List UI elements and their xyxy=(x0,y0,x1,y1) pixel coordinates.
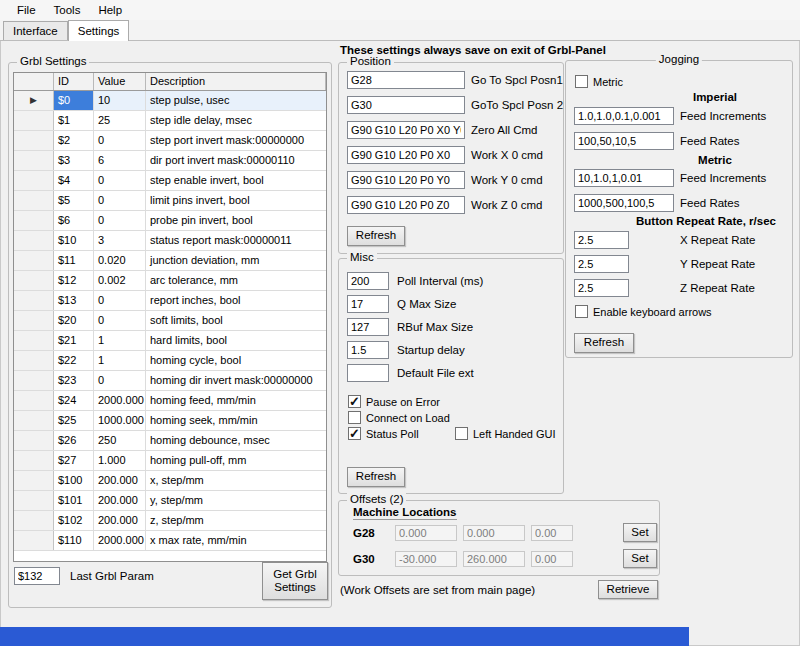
row-selector[interactable] xyxy=(14,151,54,170)
cell-id[interactable]: $20 xyxy=(54,311,94,330)
table-row[interactable]: $50limit pins invert, bool xyxy=(14,191,326,211)
g30-set-button[interactable]: Set xyxy=(623,549,657,568)
row-selector[interactable] xyxy=(14,431,54,450)
z-repeat-rate-input[interactable] xyxy=(574,279,629,297)
cell-value[interactable]: 0 xyxy=(94,211,146,230)
pause-on-error-checkbox[interactable] xyxy=(348,395,361,408)
cell-value[interactable]: 1000.000 xyxy=(94,411,146,430)
row-selector[interactable] xyxy=(14,411,54,430)
misc-refresh-button[interactable]: Refresh xyxy=(347,467,405,487)
table-row[interactable]: $125step idle delay, msec xyxy=(14,111,326,131)
row-selector[interactable] xyxy=(14,531,54,550)
imperial-feed-increments-input[interactable] xyxy=(574,107,674,125)
cell-id[interactable]: $24 xyxy=(54,391,94,410)
column-header-description[interactable]: Description xyxy=(146,73,326,90)
cell-id[interactable]: $4 xyxy=(54,171,94,190)
cell-id[interactable]: $11 xyxy=(54,251,94,270)
row-selector[interactable] xyxy=(14,451,54,470)
cell-description[interactable]: homing pull-off, mm xyxy=(146,451,326,470)
cell-id[interactable]: $3 xyxy=(54,151,94,170)
cell-value[interactable]: 1.000 xyxy=(94,451,146,470)
row-selector[interactable] xyxy=(14,511,54,530)
table-row[interactable]: $102200.000z, step/mm xyxy=(14,511,326,531)
cell-description[interactable]: homing debounce, msec xyxy=(146,431,326,450)
cell-id[interactable]: $0 xyxy=(54,91,94,110)
row-selector[interactable] xyxy=(14,351,54,370)
cell-description[interactable]: homing cycle, bool xyxy=(146,351,326,370)
row-selector[interactable] xyxy=(14,131,54,150)
cell-description[interactable]: homing dir invert mask:00000000 xyxy=(146,371,326,390)
cell-id[interactable]: $22 xyxy=(54,351,94,370)
cell-description[interactable]: junction deviation, mm xyxy=(146,251,326,270)
table-row[interactable]: $110.020junction deviation, mm xyxy=(14,251,326,271)
cell-description[interactable]: dir port invert mask:00000110 xyxy=(146,151,326,170)
cell-value[interactable]: 10 xyxy=(94,91,146,110)
cell-id[interactable]: $1 xyxy=(54,111,94,130)
cell-description[interactable]: homing feed, mm/min xyxy=(146,391,326,410)
table-row[interactable]: $251000.000homing seek, mm/min xyxy=(14,411,326,431)
cell-value[interactable]: 0 xyxy=(94,131,146,150)
connect-on-load-checkbox[interactable] xyxy=(348,411,361,424)
row-selector[interactable]: ▶ xyxy=(14,91,54,110)
cell-id[interactable]: $110 xyxy=(54,531,94,550)
cell-value[interactable]: 0.020 xyxy=(94,251,146,270)
metric-feed-increments-input[interactable] xyxy=(574,169,674,187)
table-row[interactable]: $100200.000x, step/mm xyxy=(14,471,326,491)
cell-description[interactable]: homing seek, mm/min xyxy=(146,411,326,430)
cell-value[interactable]: 1 xyxy=(94,331,146,350)
cell-value[interactable]: 6 xyxy=(94,151,146,170)
x-repeat-rate-input[interactable] xyxy=(574,231,629,249)
table-row[interactable]: $120.002arc tolerance, mm xyxy=(14,271,326,291)
imperial-feed-rates-input[interactable] xyxy=(574,132,674,150)
cell-id[interactable]: $25 xyxy=(54,411,94,430)
cell-description[interactable]: step port invert mask:00000000 xyxy=(146,131,326,150)
cell-description[interactable]: soft limits, bool xyxy=(146,311,326,330)
status-poll-checkbox[interactable] xyxy=(348,427,361,440)
cell-description[interactable]: step pulse, usec xyxy=(146,91,326,110)
default-file-ext-input[interactable] xyxy=(347,364,389,382)
cell-value[interactable]: 0 xyxy=(94,371,146,390)
cell-value[interactable]: 0 xyxy=(94,311,146,330)
g28-set-button[interactable]: Set xyxy=(623,523,657,542)
menu-file[interactable]: File xyxy=(8,2,45,18)
table-row[interactable]: $60probe pin invert, bool xyxy=(14,211,326,231)
g30-command-input[interactable] xyxy=(347,96,465,114)
y-repeat-rate-input[interactable] xyxy=(574,255,629,273)
cell-value[interactable]: 200.000 xyxy=(94,471,146,490)
cell-id[interactable]: $2 xyxy=(54,131,94,150)
work-x0-cmd-input[interactable] xyxy=(347,146,465,164)
cell-value[interactable]: 0 xyxy=(94,291,146,310)
row-selector[interactable] xyxy=(14,471,54,490)
cell-description[interactable]: z, step/mm xyxy=(146,511,326,530)
table-row[interactable]: $40step enable invert, bool xyxy=(14,171,326,191)
position-refresh-button[interactable]: Refresh xyxy=(347,226,405,246)
cell-description[interactable]: hard limits, bool xyxy=(146,331,326,350)
cell-value[interactable]: 250 xyxy=(94,431,146,450)
table-row[interactable]: $20step port invert mask:00000000 xyxy=(14,131,326,151)
table-row[interactable]: $271.000homing pull-off, mm xyxy=(14,451,326,471)
cell-value[interactable]: 200.000 xyxy=(94,511,146,530)
g28-command-input[interactable] xyxy=(347,71,465,89)
cell-id[interactable]: $23 xyxy=(54,371,94,390)
row-selector[interactable] xyxy=(14,171,54,190)
column-header-value[interactable]: Value xyxy=(94,73,146,90)
table-row[interactable]: $103status report mask:00000011 xyxy=(14,231,326,251)
table-row[interactable]: $242000.000homing feed, mm/min xyxy=(14,391,326,411)
cell-value[interactable]: 2000.000 xyxy=(94,391,146,410)
jogging-refresh-button[interactable]: Refresh xyxy=(574,333,634,353)
row-selector[interactable] xyxy=(14,291,54,310)
row-selector[interactable] xyxy=(14,231,54,250)
q-max-size-input[interactable] xyxy=(347,295,389,313)
cell-id[interactable]: $26 xyxy=(54,431,94,450)
menu-tools[interactable]: Tools xyxy=(45,2,90,18)
table-row[interactable]: $221homing cycle, bool xyxy=(14,351,326,371)
cell-value[interactable]: 0 xyxy=(94,191,146,210)
row-selector[interactable] xyxy=(14,491,54,510)
last-grbl-param-input[interactable] xyxy=(14,567,60,585)
row-selector[interactable] xyxy=(14,271,54,290)
poll-interval-input[interactable] xyxy=(347,272,389,290)
cell-id[interactable]: $6 xyxy=(54,211,94,230)
cell-id[interactable]: $13 xyxy=(54,291,94,310)
cell-value[interactable]: 2000.000 xyxy=(94,531,146,550)
cell-description[interactable]: limit pins invert, bool xyxy=(146,191,326,210)
